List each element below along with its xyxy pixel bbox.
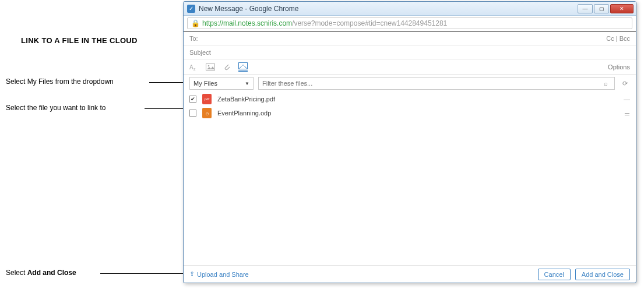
file-checkbox[interactable]	[189, 110, 196, 117]
pdf-file-icon: pdf	[202, 94, 212, 104]
source-dropdown[interactable]: My Files ▼	[189, 77, 254, 90]
options-link[interactable]: Options	[608, 64, 630, 71]
url-scheme: https://	[202, 19, 223, 27]
annotation-step-3-bold: Add and Close	[27, 269, 76, 277]
app-icon: ✓	[187, 5, 195, 13]
add-and-close-button[interactable]: Add and Close	[575, 269, 630, 280]
odp-file-icon: ◴	[202, 108, 212, 118]
url-path: /verse?mode=compose#tid=cnew144284945128…	[292, 19, 447, 27]
refresh-icon[interactable]: ⟳	[620, 78, 630, 89]
file-row[interactable]: ✔ pdf ZetaBankPricing.pdf —	[184, 92, 636, 106]
titlebar[interactable]: ✓ New Message - Google Chrome — ▢ ✕	[184, 2, 636, 16]
chevron-down-icon: ▼	[245, 81, 249, 86]
window-controls: — ▢ ✕	[578, 4, 634, 13]
compose-toolbar: Az Options	[184, 59, 636, 75]
bcc-link[interactable]: Bcc	[620, 35, 630, 42]
link-cloud-file-icon[interactable]	[238, 62, 248, 72]
cancel-button[interactable]: Cancel	[538, 269, 571, 280]
file-name: EventPlanning.odp	[217, 110, 271, 117]
url-host: mail.notes.scniris.com	[223, 19, 292, 27]
svg-text:z: z	[193, 67, 196, 71]
file-name: ZetaBankPricing.pdf	[217, 96, 275, 103]
to-row[interactable]: To: Cc | Bcc	[184, 31, 636, 45]
filter-field[interactable]: ⌕	[258, 77, 615, 90]
dialog-footer: ⇪ Upload and Share Cancel Add and Close	[184, 265, 636, 283]
window-title: New Message - Google Chrome	[199, 5, 298, 13]
close-button[interactable]: ✕	[610, 4, 634, 13]
annotation-step-2: Select the file you want to link to	[6, 104, 105, 112]
svg-point-3	[208, 65, 210, 66]
filter-input[interactable]	[262, 80, 600, 87]
attach-icon[interactable]	[222, 62, 231, 72]
annotation-heading: LINK TO A FILE IN THE CLOUD	[21, 36, 138, 45]
file-list: ✔ pdf ZetaBankPricing.pdf — ◴ EventPlann…	[184, 92, 636, 265]
minimize-button[interactable]: —	[578, 4, 593, 13]
address-bar: 🔒 https://mail.notes.scniris.com/verse?m…	[184, 16, 636, 31]
subject-placeholder: Subject	[189, 49, 211, 56]
to-label: To:	[189, 35, 198, 42]
subject-row[interactable]: Subject	[184, 45, 636, 59]
annotation-step-3: Select Add and Close	[6, 269, 76, 277]
annotation-step-3-prefix: Select	[6, 269, 27, 277]
format-text-icon[interactable]: Az	[189, 62, 199, 72]
insert-image-icon[interactable]	[206, 62, 215, 72]
annotation-step-1: Select My Files from the dropdown	[6, 77, 114, 86]
cc-link[interactable]: Cc	[606, 35, 614, 42]
upload-and-share-link[interactable]: ⇪ Upload and Share	[189, 270, 249, 278]
url-field[interactable]: 🔒 https://mail.notes.scniris.com/verse?m…	[187, 17, 632, 29]
lock-icon: 🔒	[191, 19, 200, 27]
upload-icon: ⇪	[189, 270, 195, 278]
dropdown-selected: My Files	[193, 80, 217, 87]
file-picker-controls: My Files ▼ ⌕ ⟳	[184, 75, 636, 92]
file-row[interactable]: ◴ EventPlanning.odp ⚌	[184, 106, 636, 120]
share-status-icon[interactable]: ⚌	[624, 110, 630, 117]
upload-label: Upload and Share	[197, 271, 249, 278]
cc-bcc-group: Cc | Bcc	[606, 35, 630, 42]
chrome-window: ✓ New Message - Google Chrome — ▢ ✕ 🔒 ht…	[183, 1, 636, 283]
search-icon[interactable]: ⌕	[600, 78, 611, 89]
svg-text:A: A	[189, 64, 193, 71]
remove-file-icon[interactable]: —	[624, 96, 630, 103]
maximize-button[interactable]: ▢	[594, 4, 609, 13]
compose-area: To: Cc | Bcc Subject Az Options	[184, 31, 636, 283]
file-checkbox[interactable]: ✔	[189, 96, 196, 103]
